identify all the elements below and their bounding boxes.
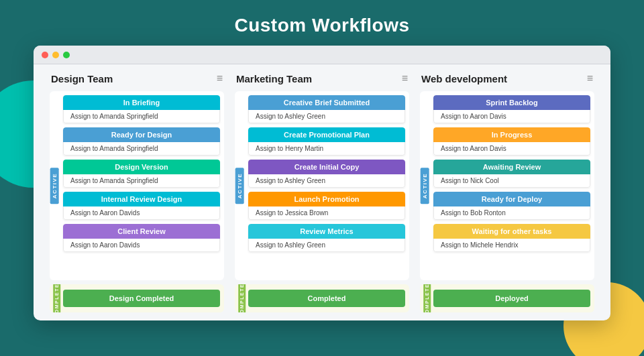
column-title-marketing-team: Marketing Team [236,73,312,84]
completed-button-design-team[interactable]: Design Completed [63,290,220,307]
card-web-development-1[interactable]: In ProgressAssign to Aaron Davis [433,127,590,156]
card-body-marketing-team-3: Assign to Jessica Brown [248,206,405,220]
column-menu-design-team[interactable]: ≡ [217,72,223,84]
column-header-web-development: Web development≡ [420,72,594,84]
card-web-development-2[interactable]: Awaiting ReviewAssign to Nick Cool [433,160,590,188]
card-marketing-team-1[interactable]: Create Promotional PlanAssign to Henry M… [248,127,405,156]
card-header-marketing-team-2: Create Initial Copy [248,160,405,174]
completed-section-design-team: COMPLETEDDesign Completed [50,284,224,312]
card-body-marketing-team-2: Assign to Ashley Green [248,174,405,188]
card-body-marketing-team-4: Assign to Ashley Green [248,239,405,252]
browser-dot-red [42,52,48,58]
card-header-web-development-4: Waiting for other tasks [433,224,590,239]
column-design-team: Design Team≡ACTIVEIn BriefingAssign to A… [44,72,229,312]
card-marketing-team-0[interactable]: Creative Brief SubmittedAssign to Ashley… [248,95,405,123]
card-header-marketing-team-0: Creative Brief Submitted [248,95,405,110]
completed-button-marketing-team[interactable]: Completed [248,290,405,307]
card-body-design-team-2: Assign to Amanda Springfield [63,174,220,188]
page-title: Custom Workflows [0,0,644,46]
card-header-design-team-3: Internal Review Design [63,192,220,206]
completed-button-web-development[interactable]: Deployed [433,290,590,307]
completed-section-marketing-team: COMPLETEDCompleted [235,284,409,312]
card-design-team-1[interactable]: Ready for DesignAssign to Amanda Springf… [63,127,220,156]
active-label-web-development: ACTIVE [421,168,429,204]
column-title-web-development: Web development [421,73,507,84]
browser-dot-yellow [52,52,59,58]
card-body-web-development-3: Assign to Bob Ronton [433,206,590,220]
active-section-marketing-team: ACTIVECreative Brief SubmittedAssign to … [235,91,409,280]
browser-bar [34,46,610,64]
card-body-web-development-4: Assign to Michele Hendrix [433,239,590,252]
card-design-team-0[interactable]: In BriefingAssign to Amanda Springfield [63,95,220,123]
column-header-marketing-team: Marketing Team≡ [235,72,409,84]
completed-label-web-development: COMPLETED [423,284,431,312]
column-marketing-team: Marketing Team≡ACTIVECreative Brief Subm… [229,72,415,312]
card-header-design-team-0: In Briefing [63,95,220,110]
card-body-web-development-2: Assign to Nick Cool [433,174,590,188]
cards-list-marketing-team: Creative Brief SubmittedAssign to Ashley… [239,95,405,252]
card-body-design-team-3: Assign to Aaron Davids [63,206,220,220]
card-header-web-development-0: Sprint Backlog [433,95,590,110]
card-body-web-development-1: Assign to Aaron Davis [433,142,590,156]
card-web-development-0[interactable]: Sprint BacklogAssign to Aaron Davis [433,95,590,123]
card-header-web-development-1: In Progress [433,127,590,142]
columns-area: Design Team≡ACTIVEIn BriefingAssign to A… [34,64,610,320]
completed-label-design-team: COMPLETED [53,284,60,312]
card-body-design-team-4: Assign to Aaron Davids [63,239,220,252]
browser-dot-green [63,52,70,58]
card-design-team-2[interactable]: Design VersionAssign to Amanda Springfie… [63,160,220,188]
cards-list-web-development: Sprint BacklogAssign to Aaron DavisIn Pr… [424,95,590,252]
card-body-web-development-0: Assign to Aaron Davis [433,110,590,123]
card-marketing-team-4[interactable]: Review MetricsAssign to Ashley Green [248,224,405,252]
card-web-development-3[interactable]: Ready for DeployAssign to Bob Ronton [433,192,590,220]
column-header-design-team: Design Team≡ [50,72,224,84]
active-label-marketing-team: ACTIVE [235,168,244,204]
card-body-design-team-0: Assign to Amanda Springfield [63,110,220,123]
active-section-design-team: ACTIVEIn BriefingAssign to Amanda Spring… [50,91,224,280]
card-body-marketing-team-1: Assign to Henry Martin [248,142,405,156]
column-menu-web-development[interactable]: ≡ [587,72,593,84]
card-marketing-team-2[interactable]: Create Initial CopyAssign to Ashley Gree… [248,160,405,188]
completed-label-marketing-team: COMPLETED [238,284,246,312]
card-body-marketing-team-0: Assign to Ashley Green [248,110,405,123]
card-body-design-team-1: Assign to Amanda Springfield [63,142,220,156]
card-header-design-team-4: Client Review [63,224,220,239]
card-design-team-3[interactable]: Internal Review DesignAssign to Aaron Da… [63,192,220,220]
cards-list-design-team: In BriefingAssign to Amanda SpringfieldR… [54,95,220,252]
column-web-development: Web development≡ACTIVESprint BacklogAssi… [415,72,600,312]
card-header-marketing-team-4: Review Metrics [248,224,405,239]
card-header-design-team-2: Design Version [63,160,220,174]
card-marketing-team-3[interactable]: Launch PromotionAssign to Jessica Brown [248,192,405,220]
active-section-web-development: ACTIVESprint BacklogAssign to Aaron Davi… [420,91,594,280]
card-design-team-4[interactable]: Client ReviewAssign to Aaron Davids [63,224,220,252]
card-header-marketing-team-1: Create Promotional Plan [248,127,405,142]
card-header-web-development-3: Ready for Deploy [433,192,590,206]
browser-window: Design Team≡ACTIVEIn BriefingAssign to A… [34,46,610,320]
active-label-design-team: ACTIVE [50,168,59,204]
column-title-design-team: Design Team [51,73,113,84]
card-header-marketing-team-3: Launch Promotion [248,192,405,206]
card-web-development-4[interactable]: Waiting for other tasksAssign to Michele… [433,224,590,252]
card-header-design-team-1: Ready for Design [63,127,220,142]
column-menu-marketing-team[interactable]: ≡ [402,72,408,84]
completed-section-web-development: COMPLETEDDeployed [420,284,594,312]
card-header-web-development-2: Awaiting Review [433,160,590,174]
